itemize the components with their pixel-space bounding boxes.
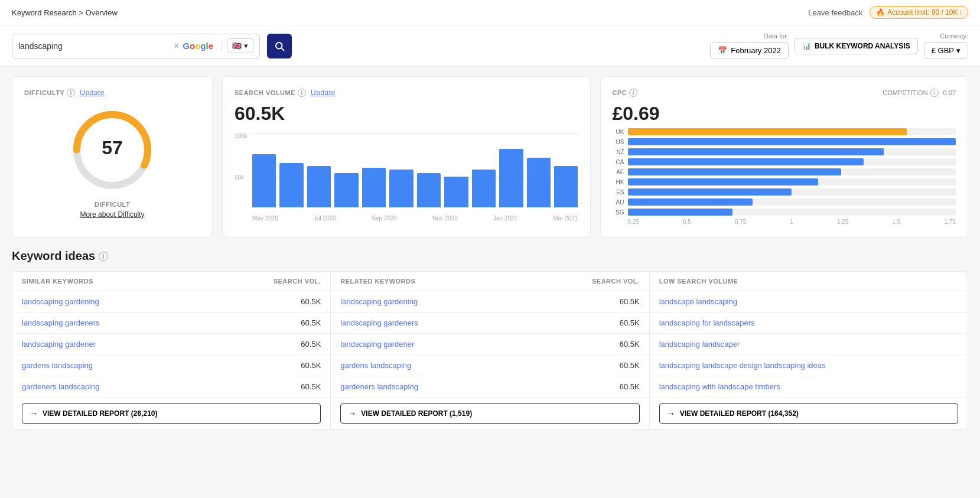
related-view-report-button[interactable]: → VIEW DETAILED REPORT (1,519): [340, 403, 639, 424]
leave-feedback-link[interactable]: Leave feedback: [808, 8, 862, 17]
similar-vol-4: 60.5K: [262, 361, 321, 370]
flag-selector[interactable]: 🇬🇧 ▾: [227, 38, 253, 53]
search-button[interactable]: [267, 34, 292, 58]
low-vol-kw-link-1[interactable]: landscape landscaping: [659, 297, 737, 306]
bar-6: [389, 170, 413, 207]
cpc-value: £0.69: [613, 103, 956, 125]
cpc-x-axis: 0.25 0.5 0.75 1 1.25 1.5 1.75: [613, 219, 956, 225]
related-header-vol: SEARCH VOL.: [581, 278, 640, 285]
flag-dropdown-icon: ▾: [244, 41, 248, 50]
account-limit-badge[interactable]: 🔥 Account limit: 90 / 10K i: [870, 6, 968, 19]
keyword-ideas-info-icon[interactable]: i: [99, 252, 108, 261]
search-volume-card: SEARCH VOLUME i Update 60.5K 100k 50k: [222, 76, 591, 237]
donut-chart-container: 57 DIFFICULT More about Difficulty: [24, 103, 200, 219]
volume-update-link[interactable]: Update: [311, 89, 336, 97]
bulk-keyword-analysis-button[interactable]: 📊 BULK KEYWORD ANALYSIS: [795, 38, 918, 54]
low-vol-kw-link-2[interactable]: landscaping for landscapers: [659, 318, 755, 327]
related-kw-link-4[interactable]: gardens landscaping: [340, 361, 580, 370]
similar-row-5: gardeners landscaping 60.5K: [12, 376, 330, 398]
related-kw-link-2[interactable]: landscaping gardeners: [340, 318, 580, 327]
bar-7: [417, 173, 441, 207]
similar-kw-link-5[interactable]: gardeners landscaping: [22, 382, 262, 391]
low-vol-row-5: landscaping with landscape timbers: [650, 376, 968, 398]
volume-bars: [252, 139, 578, 207]
date-value: February 2022: [731, 46, 781, 55]
clear-button[interactable]: ×: [174, 41, 179, 51]
account-limit-info-icon[interactable]: i: [961, 9, 962, 16]
related-vol-5: 60.5K: [581, 382, 640, 391]
cpc-card: CPC i COMPETITION i 0.07 £0.69 UK: [600, 76, 969, 237]
related-kw-link-3[interactable]: landscaping gardener: [340, 340, 580, 349]
arrow-icon: →: [30, 409, 38, 418]
related-row-5: gardeners landscaping 60.5K: [331, 376, 649, 398]
similar-kw-link-2[interactable]: landscaping gardeners: [22, 318, 262, 327]
currency-dropdown-icon: ▾: [956, 46, 961, 55]
competition-info-icon[interactable]: i: [930, 89, 939, 97]
difficulty-update-link[interactable]: Update: [80, 89, 105, 97]
cpc-bar-au: AU: [613, 198, 956, 206]
more-about-difficulty-link[interactable]: More about Difficulty: [80, 210, 144, 219]
bar-4: [334, 173, 358, 207]
google-icon: Google: [183, 41, 213, 51]
similar-kw-link-4[interactable]: gardens landscaping: [22, 361, 262, 370]
low-vol-kw-link-3[interactable]: landscaping landscaper: [659, 340, 740, 349]
related-header-label: RELATED KEYWORDS: [340, 278, 580, 285]
similar-header-vol: SEARCH VOL.: [262, 278, 321, 285]
volume-label-text: SEARCH VOLUME: [235, 89, 295, 96]
related-kw-link-1[interactable]: landscaping gardening: [340, 297, 580, 306]
cpc-bar-sg: SG: [613, 209, 956, 216]
chart-mid-label: 50k: [235, 174, 244, 181]
competition-label: COMPETITION: [883, 89, 927, 96]
data-for-label: Data for:: [764, 32, 789, 40]
related-vol-2: 60.5K: [581, 318, 640, 327]
breadcrumb-keyword-research[interactable]: Keyword Research: [12, 8, 77, 17]
competition-value: 0.07: [943, 89, 956, 96]
cards-row: DIFFICULTY i Update 57 DIFFICULT More ab…: [12, 76, 968, 237]
currency-selector[interactable]: £ GBP ▾: [924, 42, 968, 59]
volume-value: 60.5K: [235, 103, 578, 125]
similar-keywords-header: SIMILAR KEYWORDS SEARCH VOL.: [12, 272, 330, 291]
volume-info-icon[interactable]: i: [298, 89, 306, 97]
cpc-bar-nz: NZ: [613, 148, 956, 155]
similar-view-report-button[interactable]: → VIEW DETAILED REPORT (26,210): [22, 403, 321, 424]
low-vol-row-2: landscaping for landscapers: [650, 313, 968, 334]
similar-header-label: SIMILAR KEYWORDS: [22, 278, 262, 285]
low-volume-keywords-section: LOW SEARCH VOLUME landscape landscaping …: [650, 272, 968, 429]
difficulty-label: DIFFICULTY i Update: [24, 89, 105, 97]
x-label-6: Mar 2021: [553, 215, 578, 222]
keyword-ideas-title: Keyword ideas i: [12, 249, 968, 263]
search-input[interactable]: [18, 41, 174, 51]
low-volume-view-report-button[interactable]: → VIEW DETAILED REPORT (164,352): [659, 403, 958, 424]
low-vol-row-1: landscape landscaping: [650, 291, 968, 313]
x-label-1: May 2020: [252, 215, 278, 222]
bulk-icon: 📊: [802, 42, 811, 50]
difficulty-info-icon[interactable]: i: [67, 89, 75, 97]
breadcrumb: Keyword Research > Overview: [12, 8, 118, 17]
bar-8: [444, 177, 468, 207]
calendar-icon: 📅: [718, 46, 727, 55]
arrow-icon-2: →: [348, 409, 356, 418]
breadcrumb-current: Overview: [86, 8, 118, 17]
date-picker-button[interactable]: 📅 February 2022: [710, 42, 789, 59]
cpc-bars-chart: UK US NZ CA: [613, 128, 956, 225]
breadcrumb-sep: >: [79, 8, 85, 17]
cpc-info-icon[interactable]: i: [629, 89, 637, 97]
donut-chart: 57: [65, 103, 159, 197]
low-vol-row-3: landscaping landscaper: [650, 334, 968, 355]
similar-kw-link-1[interactable]: landscaping gardening: [22, 297, 262, 306]
cpc-bar-hk: HK: [613, 178, 956, 185]
similar-row-4: gardens landscaping 60.5K: [12, 355, 330, 376]
low-volume-header: LOW SEARCH VOLUME: [650, 272, 968, 291]
low-vol-kw-link-5[interactable]: landscaping with landscape timbers: [659, 382, 780, 391]
bar-11: [527, 158, 551, 207]
similar-vol-2: 60.5K: [262, 318, 321, 327]
low-volume-header-label: LOW SEARCH VOLUME: [659, 278, 958, 285]
low-vol-kw-link-4[interactable]: landscaping landscape design landscaping…: [659, 361, 826, 370]
similar-row-1: landscaping gardening 60.5K: [12, 291, 330, 313]
top-right-actions: Leave feedback 🔥 Account limit: 90 / 10K…: [808, 6, 968, 19]
bar-1: [252, 154, 276, 207]
difficulty-sublabel: DIFFICULT: [95, 201, 131, 208]
similar-kw-link-3[interactable]: landscaping gardener: [22, 340, 262, 349]
x-label-2: Jul 2020: [314, 215, 336, 222]
related-kw-link-5[interactable]: gardeners landscaping: [340, 382, 580, 391]
